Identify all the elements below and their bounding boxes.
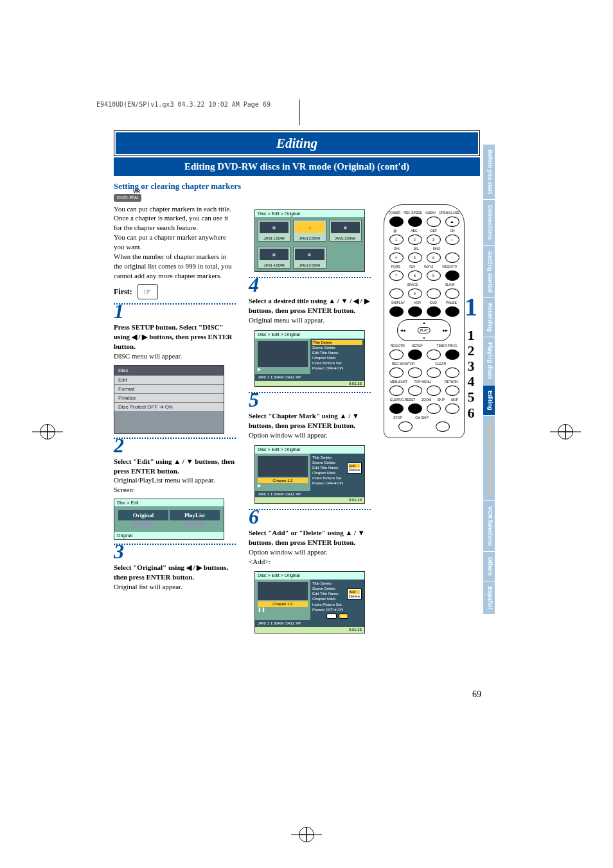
step-2-head: Select "Edit" using ▲ / ▼ buttons, then … bbox=[114, 457, 236, 476]
page-title: Editing bbox=[116, 132, 478, 154]
step-6-body: Option window will appear. <Add>: bbox=[249, 547, 371, 567]
step-1-head: Press SETUP button. Select "DISC" using … bbox=[114, 323, 236, 351]
step-3-body: Original list will appear. bbox=[114, 582, 236, 592]
step-2-number: 2 bbox=[114, 435, 236, 456]
menu-item: Index Picture Set bbox=[312, 475, 362, 481]
step-3-number: 3 bbox=[114, 541, 236, 562]
title-thumb: 🔒JAN/1 2:00AM bbox=[293, 220, 326, 242]
chapter-indicator: Chapter 1/1 bbox=[258, 478, 308, 484]
panel-footer: Original bbox=[114, 532, 224, 539]
step-6-number: 6 bbox=[249, 506, 371, 527]
menu-item: Edit Title Name bbox=[312, 350, 362, 355]
menu-item: Protect OFF➜ ON bbox=[312, 366, 362, 371]
menu-item: Chapter Mark bbox=[312, 355, 362, 360]
menu-item: Title Delete bbox=[312, 455, 362, 460]
menu-item: Protect OFF➜ ON bbox=[312, 481, 362, 486]
panel-footer: JAN/ 1 1:00AM CH12 XP bbox=[258, 621, 301, 626]
tab-recording[interactable]: Recording bbox=[483, 298, 495, 338]
disc-menu-item: Finalize bbox=[114, 393, 224, 402]
disc-menu-screenshot: Disc Edit Format Finalize Disc Protect O… bbox=[114, 365, 224, 434]
breadcrumb: Disc > Edit > Original bbox=[255, 572, 364, 580]
menu-item: Index Picture Set bbox=[312, 602, 362, 607]
step-2-body: Original/PlayList menu will appear. Scre… bbox=[114, 475, 236, 495]
page-subtitle: Editing DVD-RW discs in VR mode (Origina… bbox=[114, 157, 480, 176]
menu-item: Title Delete bbox=[312, 340, 362, 345]
remote-step-callout-1: 1 bbox=[465, 294, 477, 320]
panel-footer: JAN/ 1 1:00AM CH12 XP bbox=[258, 492, 301, 497]
playlist-tab: PlayList bbox=[170, 510, 220, 520]
remote-dpad: ◀◀ ▶▶ ▲ ▼ PLAY bbox=[397, 319, 450, 341]
step-5-head: Select "Chapter Mark" using ▲ / ▼ button… bbox=[249, 411, 371, 430]
tab-espanol[interactable]: Español bbox=[483, 581, 495, 615]
disc-menu-item: Format bbox=[114, 384, 224, 393]
hand-remote-icon: ☞ bbox=[138, 284, 158, 299]
original-menu-screenshot: Disc > Edit > Original ▶ Title Delete Sc… bbox=[254, 330, 365, 387]
chapter-indicator: Chapter 1/1 bbox=[258, 601, 308, 607]
tab-connections[interactable]: Connections bbox=[483, 200, 495, 246]
title-thumb: ▦JAN/1 1:00AM bbox=[258, 220, 290, 242]
menu-item: Protect OFF➜ ON bbox=[312, 607, 362, 612]
tab-changing-setup[interactable]: Changing the SETUP menu bbox=[483, 416, 495, 501]
disc-menu-item: Disc Protect OFF ➜ ON bbox=[114, 402, 224, 411]
breadcrumb: Disc > Edit > Original bbox=[255, 446, 364, 454]
breadcrumb: Disc > Edit bbox=[114, 499, 224, 506]
section-tabs: Before you start Connections Getting sta… bbox=[483, 145, 495, 615]
no-button: No bbox=[339, 614, 348, 619]
step-6-head: Select "Add" or "Delete" using ▲ / ▼ but… bbox=[249, 528, 371, 547]
step-5-body: Option window will appear. bbox=[249, 430, 371, 440]
original-playlist-screenshot: Disc > Edit Original PlayList Original bbox=[114, 499, 224, 540]
menu-item: Title Delete bbox=[312, 581, 362, 586]
first-label: First: bbox=[114, 287, 132, 297]
title-thumb: ▦JAN/1 3:00AM bbox=[329, 220, 362, 242]
disc-menu-item: Edit bbox=[114, 375, 224, 384]
title-thumb: ▦JAN/1 5:00AM bbox=[293, 247, 326, 269]
remote-step-callouts: 1 2 3 4 5 6 bbox=[468, 328, 475, 421]
title-thumb: ▦JAN/1 4:00AM bbox=[258, 247, 290, 269]
tab-vcr-functions[interactable]: VCR functions bbox=[483, 501, 495, 552]
section-heading: Setting or clearing chapter markers bbox=[114, 181, 480, 191]
page-title-box: Editing bbox=[114, 130, 480, 156]
tab-editing[interactable]: Editing bbox=[483, 385, 495, 416]
disc-menu-title: Disc bbox=[114, 366, 224, 375]
yes-button: Yes bbox=[326, 614, 337, 619]
option-popup: Add Delete bbox=[347, 463, 362, 474]
chapter-mark-screenshot: Disc > Edit > Original Chapter 1/1▶ Titl… bbox=[254, 445, 365, 504]
panel-timecode: 0:01:25 bbox=[255, 381, 364, 387]
option-popup: Add Delete bbox=[347, 589, 362, 599]
step-1-body: DISC menu will appear. bbox=[114, 351, 236, 361]
remote-control-illustration: POWERREC SPEEDAUDIOOPEN/CLOSE ⏏ @.ABCDEF… bbox=[384, 204, 465, 438]
tab-getting-started[interactable]: Getting started bbox=[483, 246, 495, 298]
panel-footer: JAN/ 1 1:00AM CH12 XP bbox=[258, 375, 301, 380]
disc-type-badge: DVD-RW bbox=[114, 194, 141, 202]
step-3-head: Select "Original" using ◀ / ▶ buttons, t… bbox=[114, 563, 236, 582]
menu-item: Index Picture Set bbox=[312, 360, 362, 366]
imposition-header: E9410UD(EN/SP)v1.qx3 04.3.22 10:02 AM Pa… bbox=[96, 102, 271, 108]
tab-others[interactable]: Others bbox=[483, 552, 495, 581]
panel-timecode: 0:01:25 bbox=[255, 627, 364, 633]
original-list-screenshot: Disc > Edit > Original ▦JAN/1 1:00AM 🔒JA… bbox=[254, 209, 365, 272]
step-1-number: 1 bbox=[114, 301, 236, 321]
add-confirm-screenshot: Disc > Edit > Original Chapter 1/1❚❚ Tit… bbox=[254, 571, 365, 633]
step-4-head: Select a desired title using ▲ / ▼ / ◀ /… bbox=[249, 296, 371, 315]
step-4-number: 4 bbox=[249, 274, 371, 295]
tab-playing-discs[interactable]: Playing discs bbox=[483, 337, 495, 385]
panel-timecode: 0:01:25 bbox=[255, 497, 364, 503]
page-number: 69 bbox=[472, 689, 481, 700]
menu-item: Scene Delete bbox=[312, 345, 362, 350]
tab-before-you-start[interactable]: Before you start bbox=[483, 145, 495, 200]
original-tab: Original bbox=[118, 510, 168, 520]
step-5-number: 5 bbox=[249, 389, 371, 410]
intro-text: You can put chapter markers in each titl… bbox=[114, 204, 236, 281]
breadcrumb: Disc > Edit > Original bbox=[255, 331, 364, 339]
breadcrumb: Disc > Edit > Original bbox=[255, 210, 364, 218]
step-4-body: Original menu will appear. bbox=[249, 315, 371, 325]
